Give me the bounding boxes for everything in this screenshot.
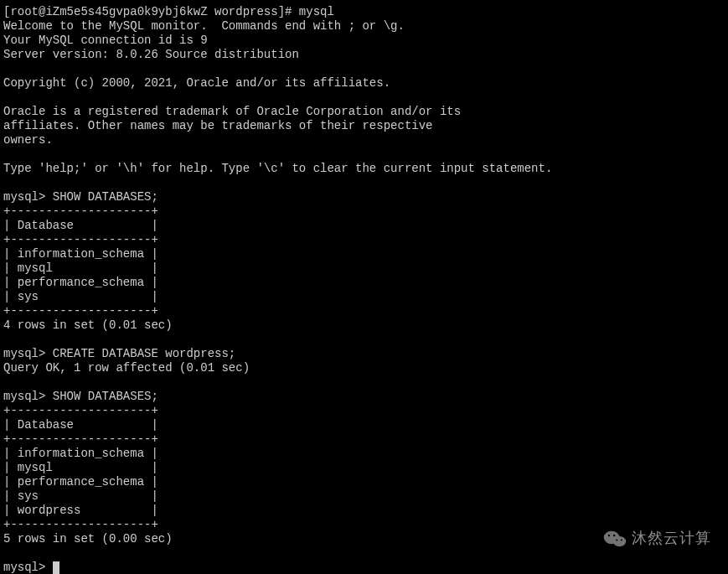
blank-line: [3, 375, 725, 390]
mysql-prompt: mysql>: [3, 190, 53, 204]
svg-point-3: [613, 535, 615, 536]
shell-prompt-text: [root@iZm5e5s45gvpa0k9ybj6kwZ wordpress]…: [3, 5, 299, 18]
welcome-line: [3, 176, 725, 190]
mysql-command: SHOW DATABASES;: [53, 190, 158, 204]
table-border: +--------------------+: [3, 233, 725, 247]
table-header: | Database |: [3, 418, 725, 432]
table-row: | wordpress |: [3, 504, 725, 518]
cursor-icon: [53, 561, 59, 574]
wechat-icon: [603, 529, 627, 549]
result-summary: Query OK, 1 row affected (0.01 sec): [3, 361, 725, 375]
welcome-line: owners.: [3, 133, 725, 147]
welcome-line: affiliates. Other names may be trademark…: [3, 119, 725, 133]
svg-point-4: [616, 540, 617, 541]
welcome-line: Type 'help;' or '\h' for help. Type '\c'…: [3, 162, 725, 176]
table-row: | mysql |: [3, 461, 725, 475]
table-border: +--------------------+: [3, 404, 725, 418]
terminal-output: [root@iZm5e5s45gvpa0k9ybj6kwZ wordpress]…: [3, 5, 725, 574]
shell-command: mysql: [299, 5, 334, 18]
shell-prompt: [root@iZm5e5s45gvpa0k9ybj6kwZ wordpress]…: [3, 5, 725, 19]
mysql-prompt: mysql>: [3, 347, 53, 360]
table-border: +--------------------+: [3, 204, 725, 219]
table-row: | mysql |: [3, 261, 725, 276]
mysql-prompt-line: mysql> SHOW DATABASES;: [3, 190, 725, 204]
table-row: | performance_schema |: [3, 475, 725, 489]
welcome-line: [3, 90, 725, 105]
mysql-prompt-line: mysql> CREATE DATABASE wordpress;: [3, 347, 725, 361]
result-summary: 4 rows in set (0.01 sec): [3, 318, 725, 333]
table-border: +--------------------+: [3, 304, 725, 318]
table-row: | sys |: [3, 290, 725, 304]
welcome-line: Welcome to the MySQL monitor. Commands e…: [3, 19, 725, 34]
mysql-prompt-line[interactable]: mysql>: [3, 561, 725, 574]
mysql-prompt: mysql>: [3, 390, 53, 403]
table-row: | sys |: [3, 489, 725, 504]
watermark: 沐然云计算: [603, 529, 711, 549]
table-header: | Database |: [3, 219, 725, 233]
mysql-prompt: mysql>: [3, 561, 53, 574]
welcome-line: Copyright (c) 2000, 2021, Oracle and/or …: [3, 76, 725, 90]
table-row: | information_schema |: [3, 247, 725, 261]
svg-point-2: [608, 535, 610, 536]
table-border: +--------------------+: [3, 432, 725, 447]
watermark-text: 沐然云计算: [632, 530, 711, 548]
svg-point-5: [621, 540, 622, 541]
table-row: | performance_schema |: [3, 276, 725, 290]
welcome-line: Server version: 8.0.26 Source distributi…: [3, 48, 725, 62]
mysql-command: CREATE DATABASE wordpress;: [53, 347, 235, 360]
welcome-line: Your MySQL connection id is 9: [3, 34, 725, 48]
welcome-line: [3, 62, 725, 76]
table-row: | information_schema |: [3, 447, 725, 461]
mysql-prompt-line: mysql> SHOW DATABASES;: [3, 390, 725, 404]
svg-point-1: [613, 536, 627, 546]
welcome-line: Oracle is a registered trademark of Orac…: [3, 105, 725, 119]
blank-line: [3, 333, 725, 347]
welcome-line: [3, 147, 725, 162]
mysql-command: SHOW DATABASES;: [53, 390, 158, 403]
